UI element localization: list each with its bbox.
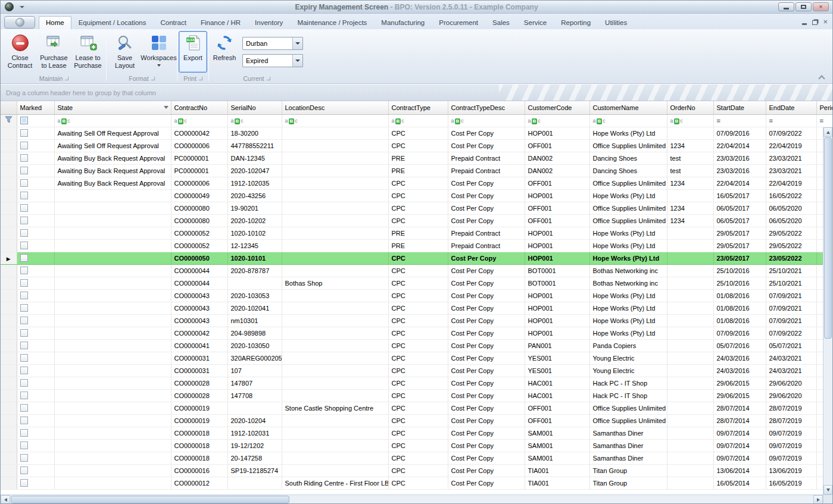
start-date-cell[interactable]: 16/05/2017 [713, 189, 766, 202]
end-date-cell[interactable]: 06/05/2020 [766, 202, 816, 214]
contract-no-cell[interactable]: CO0000080 [171, 202, 227, 214]
column-header-locationdesc[interactable]: LocationDesc [282, 101, 388, 114]
state-cell[interactable] [54, 214, 171, 227]
marked-checkbox[interactable] [20, 429, 28, 437]
abc-filter-cell[interactable]: aBc [54, 114, 171, 127]
location-desc-cell[interactable] [282, 152, 388, 164]
end-date-cell[interactable]: 25/10/2021 [766, 264, 816, 277]
start-date-cell[interactable]: 06/05/2017 [713, 202, 766, 214]
customer-name-cell[interactable]: Titan Group [589, 477, 667, 489]
serial-no-cell[interactable] [227, 477, 282, 489]
contract-type-desc-cell[interactable]: Cost Per Copy [448, 452, 525, 464]
scroll-down-button[interactable] [823, 485, 832, 494]
serial-no-cell[interactable]: 12-12345 [227, 239, 282, 252]
abc-filter-cell[interactable]: aBc [171, 114, 227, 127]
customer-code-cell[interactable]: TIA001 [525, 477, 589, 489]
vertical-scrollbar[interactable] [823, 127, 832, 494]
state-cell[interactable] [54, 327, 171, 339]
marked-checkbox[interactable] [20, 417, 28, 424]
contract-no-cell[interactable]: CO0000043 [171, 314, 227, 327]
branch-combobox-dropdown-button[interactable] [292, 37, 302, 49]
table-row[interactable]: CO0000019 2020-10204 CPC Cost Per Copy O… [1, 414, 833, 427]
dialog-launcher-icon[interactable] [151, 77, 155, 80]
contract-type-cell[interactable]: PRE [388, 164, 448, 177]
customer-name-cell[interactable]: Bothas Networking inc [589, 264, 667, 277]
state-cell[interactable] [54, 464, 171, 477]
order-no-cell[interactable] [667, 314, 713, 327]
serial-no-cell[interactable]: 107 [227, 364, 282, 377]
contract-type-desc-cell[interactable]: Cost Per Copy [448, 277, 525, 289]
state-cell[interactable] [54, 277, 171, 289]
end-date-cell[interactable]: 29/06/2020 [766, 377, 816, 389]
table-row[interactable]: ▶ CO0000050 1020-10101 CPC Cost Per Copy… [1, 252, 833, 264]
contract-no-cell[interactable]: CO0000019 [171, 414, 227, 427]
serial-no-cell[interactable]: DAN-12345 [227, 152, 282, 164]
location-desc-cell[interactable] [282, 314, 388, 327]
state-cell[interactable]: Awaiting Sell Off Request Approval [54, 127, 171, 139]
customer-name-cell[interactable]: Dancing Shoes [589, 152, 667, 164]
marked-checkbox[interactable] [20, 204, 28, 212]
marked-checkbox[interactable] [20, 342, 28, 349]
state-cell[interactable] [54, 289, 171, 302]
customer-name-cell[interactable]: Hope Works (Pty) Ltd [589, 314, 667, 327]
customer-code-cell[interactable]: DAN002 [525, 164, 589, 177]
end-date-cell[interactable]: 28/07/2019 [766, 414, 816, 427]
contract-type-desc-cell[interactable]: Prepaid Contract [448, 164, 525, 177]
contract-type-desc-cell[interactable]: Cost Per Copy [448, 214, 525, 227]
marked-checkbox[interactable] [20, 154, 28, 162]
application-menu-button[interactable] [4, 16, 35, 29]
table-row[interactable]: CO0000031 107 CPC Cost Per Copy YES001 Y… [1, 364, 833, 377]
customer-code-cell[interactable]: OFF001 [525, 202, 589, 214]
contract-no-cell[interactable]: CO0000052 [171, 239, 227, 252]
order-no-cell[interactable] [667, 277, 713, 289]
marked-checkbox[interactable] [20, 129, 28, 137]
marked-cell[interactable] [17, 439, 54, 452]
table-row[interactable]: Awaiting Buy Back Request Approval PC000… [1, 164, 833, 177]
branch-combobox[interactable]: Durban [242, 37, 303, 50]
table-row[interactable]: CO0000031 320AREG000205 CPC Cost Per Cop… [1, 352, 833, 364]
customer-name-cell[interactable]: Young Electric [589, 352, 667, 364]
dialog-launcher-icon[interactable] [199, 77, 202, 80]
order-no-cell[interactable] [667, 239, 713, 252]
contract-type-desc-cell[interactable]: Prepaid Contract [448, 239, 525, 252]
state-cell[interactable] [54, 302, 171, 314]
minimize-button[interactable] [778, 2, 794, 11]
customer-code-cell[interactable]: HOP001 [525, 239, 589, 252]
contract-type-cell[interactable]: CPC [388, 364, 448, 377]
customer-code-cell[interactable]: TIA001 [525, 464, 589, 477]
contract-type-desc-cell[interactable]: Cost Per Copy [448, 314, 525, 327]
serial-no-cell[interactable]: 18-30200 [227, 127, 282, 139]
serial-no-cell[interactable]: 1020-10102 [227, 227, 282, 239]
contract-type-desc-cell[interactable]: Cost Per Copy [448, 414, 525, 427]
customer-name-cell[interactable]: Young Electric [589, 364, 667, 377]
end-date-cell[interactable]: 29/06/2020 [766, 389, 816, 402]
location-desc-cell[interactable] [282, 377, 388, 389]
contract-no-cell[interactable]: CO0000044 [171, 277, 227, 289]
marked-checkbox[interactable] [20, 179, 28, 187]
end-date-cell[interactable]: 13/06/2019 [766, 464, 816, 477]
state-cell[interactable] [54, 252, 171, 264]
contract-type-cell[interactable]: CPC [388, 352, 448, 364]
tab-inventory[interactable]: Inventory [248, 16, 290, 29]
contract-type-cell[interactable]: CPC [388, 464, 448, 477]
customer-code-cell[interactable]: OFF001 [525, 139, 589, 152]
contract-type-cell[interactable]: CPC [388, 339, 448, 352]
contract-type-desc-cell[interactable]: Cost Per Copy [448, 327, 525, 339]
start-date-cell[interactable]: 23/03/2016 [713, 152, 766, 164]
tab-maintenance-projects[interactable]: Maintenance / Projects [290, 16, 374, 29]
state-cell[interactable] [54, 314, 171, 327]
start-date-cell[interactable]: 01/08/2016 [713, 314, 766, 327]
contract-type-desc-cell[interactable]: Cost Per Copy [448, 439, 525, 452]
start-date-cell[interactable]: 09/07/2014 [713, 452, 766, 464]
contract-type-desc-cell[interactable]: Prepaid Contract [448, 227, 525, 239]
scroll-left-button[interactable] [1, 495, 10, 504]
order-no-cell[interactable] [667, 289, 713, 302]
scroll-up-button[interactable] [823, 127, 832, 137]
marked-checkbox[interactable] [20, 267, 28, 274]
state-cell[interactable] [54, 202, 171, 214]
auto-filter-row[interactable]: aBcaBcaBcaBcaBcaBcaBcaBcaBc=== [1, 114, 833, 127]
table-row[interactable]: CO0000028 147807 CPC Cost Per Copy HAC00… [1, 377, 833, 389]
customer-name-cell[interactable]: Office Supplies Unlimited [589, 402, 667, 414]
marked-cell[interactable] [17, 152, 54, 164]
marked-cell[interactable] [17, 452, 54, 464]
